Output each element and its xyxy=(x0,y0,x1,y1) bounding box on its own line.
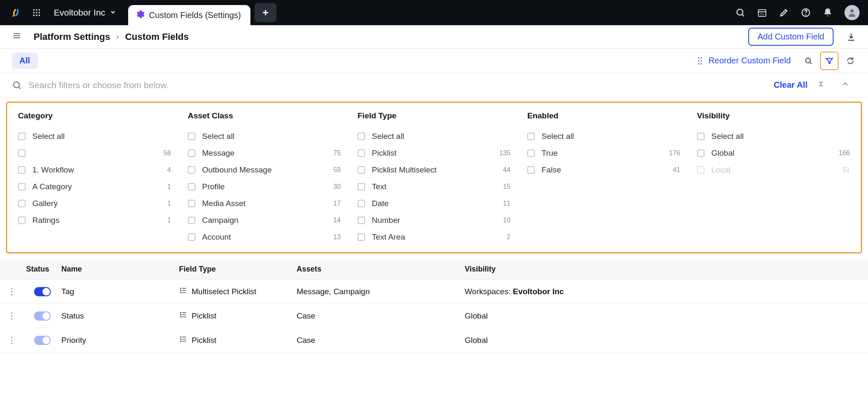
checkbox[interactable] xyxy=(188,183,195,191)
checkbox[interactable] xyxy=(527,133,535,140)
filter-option[interactable]: Account13 xyxy=(188,229,341,246)
tab-custom-fields[interactable]: Custom Fields (Settings) xyxy=(128,5,250,25)
filter-icon[interactable] xyxy=(820,52,839,70)
filter-option[interactable]: Global166 xyxy=(697,145,850,162)
row-menu-icon[interactable] xyxy=(0,336,24,345)
menu-icon[interactable] xyxy=(12,31,22,43)
svg-point-12 xyxy=(737,9,743,15)
new-tab-button[interactable] xyxy=(255,3,276,22)
filter-select-all[interactable]: Select all xyxy=(18,128,171,145)
svg-point-29 xyxy=(805,58,810,63)
filter-option[interactable]: Campaign14 xyxy=(188,212,341,229)
filter-option[interactable]: Ratings1 xyxy=(18,212,171,229)
bell-icon[interactable] xyxy=(823,8,833,18)
checkbox[interactable] xyxy=(527,166,535,174)
checkbox[interactable] xyxy=(188,149,195,157)
checkbox[interactable] xyxy=(697,149,705,157)
checkbox[interactable] xyxy=(358,133,365,140)
checkbox[interactable] xyxy=(188,200,195,207)
checkbox[interactable] xyxy=(358,200,365,207)
filter-option[interactable]: Date11 xyxy=(358,195,510,212)
collapse-vertical-icon[interactable] xyxy=(817,80,832,90)
option-label: Select all xyxy=(202,132,341,141)
search-icon[interactable] xyxy=(735,8,745,18)
edit-icon[interactable] xyxy=(779,8,789,18)
filter-col-asset_class: Asset ClassSelect allMessage75Outbound M… xyxy=(179,111,349,246)
filter-option[interactable]: Text15 xyxy=(358,178,510,195)
breadcrumb-parent[interactable]: Platform Settings xyxy=(34,31,110,42)
checkbox[interactable] xyxy=(18,149,26,157)
checkbox[interactable] xyxy=(358,149,365,157)
checkbox[interactable] xyxy=(188,217,195,224)
apps-icon[interactable] xyxy=(32,8,41,17)
filter-option[interactable]: Picklist135 xyxy=(358,145,510,162)
chevron-up-icon[interactable] xyxy=(841,80,856,90)
filter-title: Asset Class xyxy=(188,111,341,120)
checkbox[interactable] xyxy=(188,133,195,140)
svg-point-35 xyxy=(11,291,13,292)
filter-option[interactable]: A Category1 xyxy=(18,178,171,195)
checkbox[interactable] xyxy=(358,217,365,224)
filter-title: Category xyxy=(18,111,171,120)
checkbox[interactable] xyxy=(358,183,365,191)
row-menu-icon[interactable] xyxy=(0,287,24,296)
checkbox[interactable] xyxy=(188,233,195,241)
checkbox[interactable] xyxy=(527,149,535,157)
option-label: Select all xyxy=(32,132,171,141)
checkbox[interactable] xyxy=(18,133,26,140)
filter-option[interactable]: Picklist Multiselect44 xyxy=(358,162,510,178)
filter-select-all[interactable]: Select all xyxy=(188,128,341,145)
option-count: 44 xyxy=(503,166,510,174)
filter-option[interactable]: True176 xyxy=(527,145,680,162)
filter-option[interactable]: Gallery1 xyxy=(18,195,171,212)
filter-option[interactable]: False41 xyxy=(527,162,680,178)
svg-point-28 xyxy=(701,63,702,64)
filter-select-all[interactable]: Select all xyxy=(697,128,850,145)
row-menu-icon[interactable] xyxy=(0,312,24,320)
user-avatar[interactable] xyxy=(844,5,860,20)
filter-search-input[interactable] xyxy=(29,80,764,90)
filter-option[interactable]: Text Area2 xyxy=(358,229,510,246)
checkbox[interactable] xyxy=(18,166,26,174)
option-count: 166 xyxy=(839,149,850,157)
option-label: Picklist xyxy=(372,149,499,158)
row-status-toggle[interactable] xyxy=(24,287,61,296)
svg-point-49 xyxy=(180,312,181,313)
checkbox[interactable] xyxy=(697,133,705,140)
filter-option[interactable]: Profile30 xyxy=(188,178,341,195)
svg-point-23 xyxy=(698,57,700,58)
refresh-icon[interactable] xyxy=(844,55,856,67)
add-custom-field-button[interactable]: Add Custom Field xyxy=(748,28,834,46)
option-count: 2 xyxy=(507,233,510,241)
list-icon xyxy=(179,311,187,321)
svg-line-30 xyxy=(810,62,812,64)
filter-panel: CategorySelect all561. Workflow4A Catego… xyxy=(6,102,862,253)
checkbox[interactable] xyxy=(18,183,26,191)
filter-option[interactable]: 56 xyxy=(18,145,171,162)
checkbox[interactable] xyxy=(18,200,26,207)
clear-all-link[interactable]: Clear All xyxy=(774,80,808,90)
workspace-selector[interactable]: Evoltobor Inc xyxy=(54,8,116,18)
filter-option[interactable]: Outbound Message59 xyxy=(188,162,341,178)
filter-option[interactable]: Message75 xyxy=(188,145,341,162)
help-icon[interactable] xyxy=(801,8,811,18)
toolbar-search-icon[interactable] xyxy=(802,55,814,67)
all-chip[interactable]: All xyxy=(12,52,38,69)
option-label: Text Area xyxy=(372,233,507,242)
filter-option[interactable]: 1. Workflow4 xyxy=(18,162,171,178)
checkbox[interactable] xyxy=(358,166,365,174)
filter-option[interactable]: Number10 xyxy=(358,212,510,229)
filter-option[interactable]: Media Asset17 xyxy=(188,195,341,212)
calendar-icon[interactable]: 21 xyxy=(757,8,767,18)
reorder-link[interactable]: Reorder Custom Field xyxy=(696,56,791,65)
filter-select-all[interactable]: Select all xyxy=(358,128,510,145)
row-status-toggle[interactable] xyxy=(24,336,61,345)
filter-select-all[interactable]: Select all xyxy=(527,128,680,145)
checkbox[interactable] xyxy=(188,166,195,174)
row-status-toggle[interactable] xyxy=(24,311,61,321)
download-icon[interactable] xyxy=(846,32,856,42)
svg-point-34 xyxy=(11,288,13,289)
checkbox[interactable] xyxy=(18,217,26,224)
checkbox[interactable] xyxy=(358,233,365,241)
option-count: 1 xyxy=(167,183,171,191)
